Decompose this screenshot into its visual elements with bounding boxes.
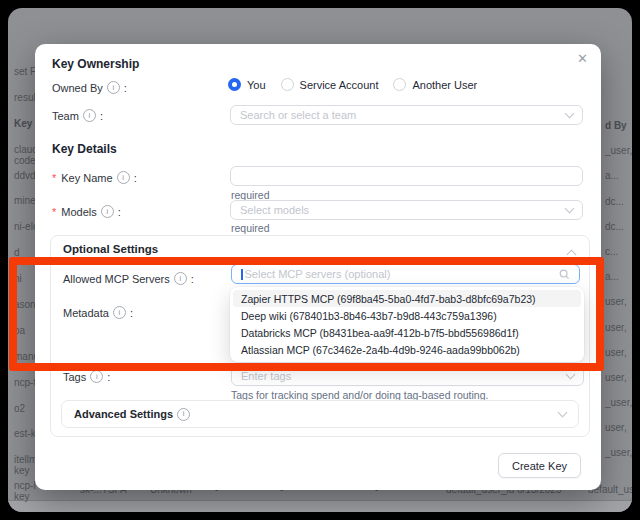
required-mark: * — [52, 172, 56, 184]
background-table-right-column: d By_user,a...dc...dc...c...a...user,use… — [605, 120, 632, 473]
radio-label: Another User — [412, 79, 477, 91]
owned-by-radio-option[interactable]: You — [228, 78, 266, 91]
key-name-label: * Key Name i : — [52, 171, 137, 184]
team-select[interactable]: Search or select a team — [230, 105, 583, 125]
table-cell-fragment: dc... — [605, 221, 632, 246]
table-cell-fragment: a... — [605, 271, 632, 296]
tags-input[interactable]: Enter tags — [231, 366, 584, 386]
chevron-down-icon — [558, 408, 568, 418]
tags-label: Tags i : — [63, 370, 110, 383]
models-required-hint: required — [231, 222, 270, 234]
close-icon[interactable]: ✕ — [577, 52, 588, 65]
mcp-servers-dropdown: Zapier HTTPS MCP (69f8ba45-5ba0-4fd7-bab… — [230, 287, 584, 362]
chevron-down-icon — [566, 370, 576, 380]
table-cell-fragment: user, — [605, 372, 632, 397]
table-cell-fragment: user, — [605, 422, 632, 447]
mcp-server-option-label: Deep wiki (678401b3-8b46-43b7-b9d8-443c7… — [241, 310, 497, 322]
radio-icon — [393, 78, 406, 91]
create-key-button[interactable]: Create Key — [498, 453, 581, 478]
models-select[interactable]: Select models — [230, 200, 583, 220]
required-mark: * — [52, 206, 56, 218]
info-icon[interactable]: i — [101, 205, 114, 218]
info-icon[interactable]: i — [83, 109, 96, 122]
key-details-heading: Key Details — [52, 142, 117, 156]
table-cell-fragment: user, — [605, 347, 632, 372]
mcp-server-option[interactable]: Deep wiki (678401b3-8b46-43b7-b9d8-443c7… — [233, 307, 581, 324]
app-window-backdrop: set FresultKey Aclaude code-ddvdmineni-e… — [8, 8, 632, 512]
tags-placeholder: Enter tags — [241, 370, 567, 382]
radio-label: You — [247, 79, 266, 91]
table-cell-fragment: d By — [605, 120, 632, 145]
mcp-server-option[interactable]: Databricks MCP (b8431bea-aa9f-412b-b7f5-… — [233, 324, 581, 341]
table-cell-fragment: a... — [605, 170, 632, 195]
table-cell-fragment: _user, — [605, 447, 632, 472]
allowed-mcp-servers-label: Allowed MCP Servers i : — [63, 272, 194, 285]
mcp-server-option[interactable]: Atlassian MCP (67c3462e-2a4b-4d9b-9246-a… — [233, 342, 581, 359]
radio-label: Service Account — [300, 79, 379, 91]
key-name-input[interactable] — [230, 166, 583, 186]
radio-icon — [228, 78, 241, 91]
owned-by-radio-group: You Service Account Another User — [228, 78, 477, 91]
mcp-server-option-label: Databricks MCP (b8431bea-aa9f-412b-b7f5-… — [241, 327, 519, 339]
search-icon — [559, 269, 570, 280]
optional-settings-header[interactable]: Optional Settings — [63, 243, 158, 255]
owned-by-radio-option[interactable]: Another User — [393, 78, 477, 91]
chevron-down-icon — [565, 204, 575, 214]
advanced-settings-panel[interactable]: Advanced Settings i — [61, 400, 579, 428]
chevron-up-icon[interactable] — [567, 250, 577, 260]
models-select-placeholder: Select models — [240, 204, 566, 216]
mcp-servers-placeholder: Select MCP servers (optional) — [245, 268, 560, 280]
info-icon[interactable]: i — [117, 171, 130, 184]
mcp-server-option-label: Zapier HTTPS MCP (69f8ba45-5ba0-4fd7-bab… — [241, 293, 536, 305]
table-cell-fragment: user, — [605, 296, 632, 321]
modal-title: Key Ownership — [52, 57, 139, 71]
team-label: Team i : — [52, 109, 103, 122]
table-cell-fragment: _user, — [605, 397, 632, 422]
table-cell-fragment: _user, — [605, 145, 632, 170]
chevron-down-icon — [565, 109, 575, 119]
owned-by-radio-option[interactable]: Service Account — [281, 78, 379, 91]
radio-icon — [281, 78, 294, 91]
advanced-settings-heading: Advanced Settings — [74, 408, 173, 420]
team-select-placeholder: Search or select a team — [240, 109, 566, 121]
table-cell-fragment: c... — [605, 246, 632, 271]
table-footer-strip — [8, 500, 632, 512]
mcp-server-option-label: Atlassian MCP (67c3462e-2a4b-4d9b-9246-a… — [241, 344, 520, 356]
table-cell-fragment: dc... — [605, 196, 632, 221]
key-ownership-modal: Key Ownership ✕ Owned By i : You Service… — [35, 44, 601, 490]
text-cursor — [241, 269, 243, 280]
info-icon[interactable]: i — [177, 408, 190, 421]
table-cell-fragment: user, — [605, 322, 632, 347]
models-label: * Models i : — [52, 205, 121, 218]
mcp-server-option[interactable]: Zapier HTTPS MCP (69f8ba45-5ba0-4fd7-bab… — [233, 290, 581, 307]
metadata-label: Metadata i : — [63, 306, 133, 319]
owned-by-label: Owned By i : — [52, 81, 127, 94]
info-icon[interactable]: i — [90, 370, 103, 383]
info-icon[interactable]: i — [174, 272, 187, 285]
mcp-servers-input[interactable]: Select MCP servers (optional) — [231, 264, 580, 284]
info-icon[interactable]: i — [113, 306, 126, 319]
info-icon[interactable]: i — [107, 81, 120, 94]
